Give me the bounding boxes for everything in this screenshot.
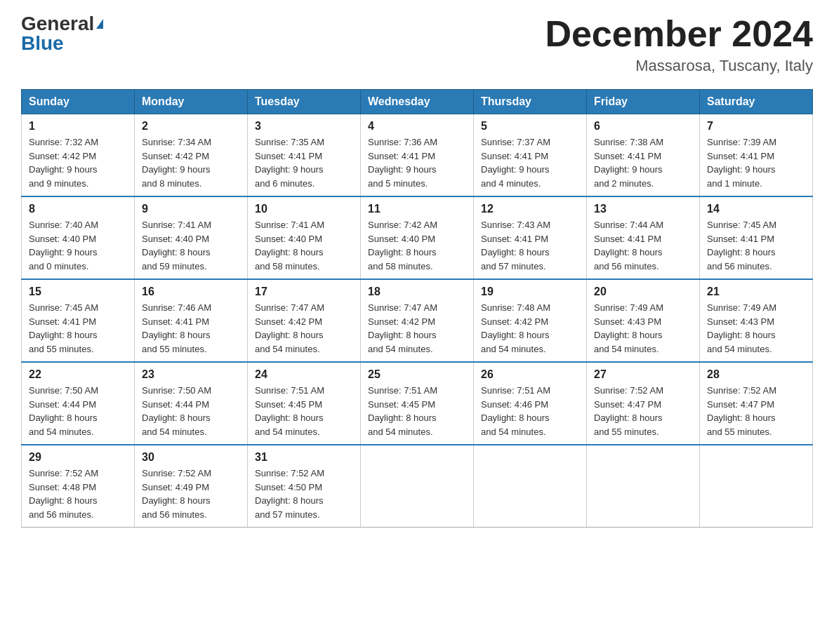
day-number: 20 [594, 286, 692, 298]
day-of-week-header: Monday [135, 90, 248, 114]
day-number: 23 [142, 368, 240, 381]
calendar-week-row: 8 Sunrise: 7:40 AMSunset: 4:40 PMDayligh… [22, 196, 813, 279]
calendar-cell: 19 Sunrise: 7:48 AMSunset: 4:42 PMDaylig… [474, 279, 587, 362]
day-number: 9 [142, 203, 240, 215]
calendar-cell: 31 Sunrise: 7:52 AMSunset: 4:50 PMDaylig… [248, 445, 361, 528]
day-number: 24 [255, 368, 353, 381]
day-number: 4 [368, 120, 466, 133]
day-number: 14 [707, 203, 805, 215]
day-info: Sunrise: 7:44 AMSunset: 4:41 PMDaylight:… [594, 218, 692, 273]
day-info: Sunrise: 7:51 AMSunset: 4:45 PMDaylight:… [368, 384, 466, 438]
day-number: 17 [255, 286, 353, 298]
day-info: Sunrise: 7:52 AMSunset: 4:49 PMDaylight:… [142, 467, 240, 521]
day-info: Sunrise: 7:50 AMSunset: 4:44 PMDaylight:… [29, 384, 127, 438]
day-number: 30 [142, 451, 240, 464]
day-info: Sunrise: 7:43 AMSunset: 4:41 PMDaylight:… [481, 218, 579, 273]
calendar-cell: 20 Sunrise: 7:49 AMSunset: 4:43 PMDaylig… [587, 279, 700, 362]
calendar-cell: 16 Sunrise: 7:46 AMSunset: 4:41 PMDaylig… [135, 279, 248, 362]
day-number: 18 [368, 286, 466, 298]
day-number: 29 [29, 451, 127, 464]
calendar-cell: 22 Sunrise: 7:50 AMSunset: 4:44 PMDaylig… [22, 362, 135, 445]
day-of-week-header: Friday [587, 90, 700, 114]
day-info: Sunrise: 7:39 AMSunset: 4:41 PMDaylight:… [707, 135, 805, 190]
calendar-cell: 5 Sunrise: 7:37 AMSunset: 4:41 PMDayligh… [474, 114, 587, 197]
day-number: 2 [142, 120, 240, 133]
day-of-week-header: Saturday [700, 90, 813, 114]
day-info: Sunrise: 7:51 AMSunset: 4:45 PMDaylight:… [255, 384, 353, 438]
calendar-cell: 17 Sunrise: 7:47 AMSunset: 4:42 PMDaylig… [248, 279, 361, 362]
logo-triangle-icon [96, 19, 103, 29]
day-number: 21 [707, 286, 805, 298]
day-number: 28 [707, 368, 805, 381]
calendar-week-row: 29 Sunrise: 7:52 AMSunset: 4:48 PMDaylig… [22, 445, 813, 528]
calendar-cell: 21 Sunrise: 7:49 AMSunset: 4:43 PMDaylig… [700, 279, 813, 362]
day-info: Sunrise: 7:52 AMSunset: 4:47 PMDaylight:… [594, 384, 692, 438]
day-number: 27 [594, 368, 692, 381]
day-number: 25 [368, 368, 466, 381]
day-info: Sunrise: 7:42 AMSunset: 4:40 PMDaylight:… [368, 218, 466, 273]
page-header: General Blue December 2024 Massarosa, Tu… [21, 14, 813, 75]
day-info: Sunrise: 7:34 AMSunset: 4:42 PMDaylight:… [142, 135, 240, 190]
day-info: Sunrise: 7:49 AMSunset: 4:43 PMDaylight:… [594, 301, 692, 356]
day-number: 1 [29, 120, 127, 133]
day-number: 10 [255, 203, 353, 215]
calendar-cell: 4 Sunrise: 7:36 AMSunset: 4:41 PMDayligh… [361, 114, 474, 197]
location-text: Massarosa, Tuscany, Italy [545, 57, 813, 75]
day-info: Sunrise: 7:45 AMSunset: 4:41 PMDaylight:… [707, 218, 805, 273]
calendar-cell: 10 Sunrise: 7:41 AMSunset: 4:40 PMDaylig… [248, 196, 361, 279]
day-info: Sunrise: 7:36 AMSunset: 4:41 PMDaylight:… [368, 135, 466, 190]
calendar-cell: 2 Sunrise: 7:34 AMSunset: 4:42 PMDayligh… [135, 114, 248, 197]
title-block: December 2024 Massarosa, Tuscany, Italy [545, 14, 813, 75]
logo: General Blue [21, 14, 103, 53]
logo-blue-text: Blue [21, 34, 64, 53]
calendar-cell: 1 Sunrise: 7:32 AMSunset: 4:42 PMDayligh… [22, 114, 135, 197]
day-number: 31 [255, 451, 353, 464]
day-info: Sunrise: 7:52 AMSunset: 4:48 PMDaylight:… [29, 467, 127, 521]
calendar-cell: 25 Sunrise: 7:51 AMSunset: 4:45 PMDaylig… [361, 362, 474, 445]
day-number: 3 [255, 120, 353, 133]
day-info: Sunrise: 7:46 AMSunset: 4:41 PMDaylight:… [142, 301, 240, 356]
day-info: Sunrise: 7:41 AMSunset: 4:40 PMDaylight:… [142, 218, 240, 273]
day-info: Sunrise: 7:47 AMSunset: 4:42 PMDaylight:… [255, 301, 353, 356]
day-number: 15 [29, 286, 127, 298]
month-title: December 2024 [545, 14, 813, 54]
calendar-header-row: SundayMondayTuesdayWednesdayThursdayFrid… [22, 90, 813, 114]
calendar-cell: 30 Sunrise: 7:52 AMSunset: 4:49 PMDaylig… [135, 445, 248, 528]
calendar-cell: 29 Sunrise: 7:52 AMSunset: 4:48 PMDaylig… [22, 445, 135, 528]
day-number: 12 [481, 203, 579, 215]
calendar-cell: 12 Sunrise: 7:43 AMSunset: 4:41 PMDaylig… [474, 196, 587, 279]
day-info: Sunrise: 7:47 AMSunset: 4:42 PMDaylight:… [368, 301, 466, 356]
day-info: Sunrise: 7:52 AMSunset: 4:50 PMDaylight:… [255, 467, 353, 521]
day-info: Sunrise: 7:52 AMSunset: 4:47 PMDaylight:… [707, 384, 805, 438]
day-number: 6 [594, 120, 692, 133]
calendar-cell [587, 445, 700, 528]
day-info: Sunrise: 7:35 AMSunset: 4:41 PMDaylight:… [255, 135, 353, 190]
day-info: Sunrise: 7:37 AMSunset: 4:41 PMDaylight:… [481, 135, 579, 190]
day-info: Sunrise: 7:45 AMSunset: 4:41 PMDaylight:… [29, 301, 127, 356]
day-of-week-header: Tuesday [248, 90, 361, 114]
day-number: 7 [707, 120, 805, 133]
day-number: 13 [594, 203, 692, 215]
calendar-cell: 27 Sunrise: 7:52 AMSunset: 4:47 PMDaylig… [587, 362, 700, 445]
calendar-cell: 8 Sunrise: 7:40 AMSunset: 4:40 PMDayligh… [22, 196, 135, 279]
calendar-cell: 15 Sunrise: 7:45 AMSunset: 4:41 PMDaylig… [22, 279, 135, 362]
calendar-cell: 23 Sunrise: 7:50 AMSunset: 4:44 PMDaylig… [135, 362, 248, 445]
day-number: 19 [481, 286, 579, 298]
calendar-cell: 11 Sunrise: 7:42 AMSunset: 4:40 PMDaylig… [361, 196, 474, 279]
day-of-week-header: Wednesday [361, 90, 474, 114]
calendar-cell [361, 445, 474, 528]
calendar-cell: 28 Sunrise: 7:52 AMSunset: 4:47 PMDaylig… [700, 362, 813, 445]
day-info: Sunrise: 7:32 AMSunset: 4:42 PMDaylight:… [29, 135, 127, 190]
calendar-cell: 18 Sunrise: 7:47 AMSunset: 4:42 PMDaylig… [361, 279, 474, 362]
day-info: Sunrise: 7:38 AMSunset: 4:41 PMDaylight:… [594, 135, 692, 190]
calendar-cell: 3 Sunrise: 7:35 AMSunset: 4:41 PMDayligh… [248, 114, 361, 197]
calendar-cell [700, 445, 813, 528]
calendar-week-row: 1 Sunrise: 7:32 AMSunset: 4:42 PMDayligh… [22, 114, 813, 197]
day-number: 8 [29, 203, 127, 215]
day-number: 5 [481, 120, 579, 133]
calendar-table: SundayMondayTuesdayWednesdayThursdayFrid… [21, 89, 813, 528]
calendar-cell: 14 Sunrise: 7:45 AMSunset: 4:41 PMDaylig… [700, 196, 813, 279]
calendar-week-row: 22 Sunrise: 7:50 AMSunset: 4:44 PMDaylig… [22, 362, 813, 445]
calendar-cell: 24 Sunrise: 7:51 AMSunset: 4:45 PMDaylig… [248, 362, 361, 445]
day-info: Sunrise: 7:50 AMSunset: 4:44 PMDaylight:… [142, 384, 240, 438]
